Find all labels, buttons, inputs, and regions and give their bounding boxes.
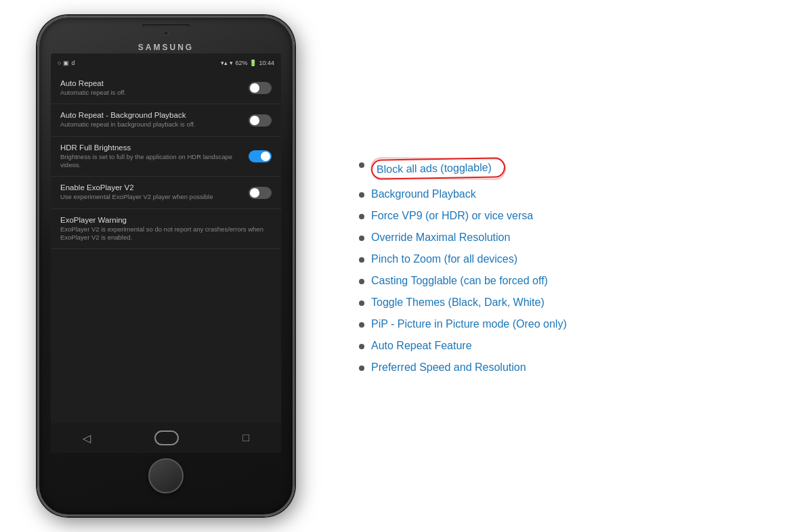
settings-list: Auto Repeat Automatic repeat is off. Aut… (51, 72, 281, 422)
setting-subtitle-auto-repeat: Automatic repeat is off. (60, 89, 243, 97)
setting-subtitle-auto-repeat-bg: Automatic repeat in background playback … (60, 120, 243, 129)
phone-brand: SAMSUNG (138, 40, 194, 53)
bullet-block-ads (359, 162, 364, 168)
phone-speaker (142, 24, 190, 28)
feature-item-override-resolution: Override Maximal Resolution (359, 231, 781, 244)
feature-text-block-ads: Block all ads (togglable) (377, 162, 492, 175)
bullet-auto-repeat (359, 344, 364, 349)
feature-item-pinch-to-zoom: Pinch to Zoom (for all devices) (359, 253, 781, 265)
bullet-force-vp9 (359, 214, 364, 219)
bullet-pip (359, 322, 364, 328)
setting-title-hdr: HDR Full Brightness (60, 143, 243, 152)
feature-item-preferred-speed: Preferred Speed and Resolution (359, 361, 781, 374)
setting-exoplayer-warning: ExoPlayer Warning ExoPlayer V2 is experi… (51, 209, 281, 250)
toggle-auto-repeat-bg[interactable] (249, 114, 272, 127)
battery-percent: 62% (235, 60, 247, 66)
icon-d: d (71, 60, 75, 66)
feature-text-background-playback: Background Playback (371, 188, 476, 200)
setting-exoplayer[interactable]: Enable ExoPlayer V2 Use experimental Exo… (51, 177, 281, 208)
highlight-ring: Block all ads (togglable) (371, 157, 505, 179)
feature-text-casting: Casting Togglable (can be forced off) (371, 275, 548, 287)
feature-text-preferred-speed: Preferred Speed and Resolution (371, 361, 526, 374)
feature-text-toggle-themes: Toggle Themes (Black, Dark, White) (371, 296, 545, 309)
feature-text-force-vp9: Force VP9 (or HDR) or vice versa (371, 210, 533, 222)
setting-subtitle-exoplayer-warning: ExoPlayer V2 is experimental so do not r… (60, 225, 272, 242)
setting-auto-repeat[interactable]: Auto Repeat Automatic repeat is off. (51, 72, 281, 104)
bullet-toggle-themes (359, 301, 364, 306)
phone-camera (163, 30, 169, 36)
feature-text-auto-repeat: Auto Repeat Feature (371, 340, 472, 352)
setting-subtitle-exoplayer: Use experimental ExoPlayer V2 player whe… (60, 193, 243, 201)
status-bar: ○ ▣ d ▾▴ ▾ 62% 🔋 10:44 (51, 53, 281, 72)
setting-title-auto-repeat-bg: Auto Repeat - Background Playback (60, 111, 243, 119)
bullet-casting (359, 279, 364, 284)
nav-home-button[interactable] (154, 430, 179, 445)
feature-text-pinch-to-zoom: Pinch to Zoom (for all devices) (371, 253, 517, 265)
feature-item-casting: Casting Togglable (can be forced off) (359, 275, 781, 287)
icon-battery: 🔋 (249, 60, 257, 66)
setting-subtitle-hdr: Brightness is set to full by the applica… (60, 153, 243, 170)
setting-title-exoplayer: Enable ExoPlayer V2 (60, 183, 243, 192)
feature-item-force-vp9: Force VP9 (or HDR) or vice versa (359, 210, 781, 222)
bullet-override-resolution (359, 236, 364, 241)
setting-title-exoplayer-warning: ExoPlayer Warning (60, 216, 272, 224)
phone-bottom-area (148, 458, 184, 493)
feature-item-pip: PiP - Picture in Picture mode (Oreo only… (359, 318, 781, 330)
feature-item-toggle-themes: Toggle Themes (Black, Dark, White) (359, 296, 781, 309)
phone-screen: ○ ▣ d ▾▴ ▾ 62% 🔋 10:44 Auto R (51, 53, 281, 453)
setting-hdr[interactable]: HDR Full Brightness Brightness is set to… (51, 137, 281, 177)
nav-back-icon[interactable]: ◁ (83, 432, 91, 445)
feature-item-auto-repeat: Auto Repeat Feature (359, 340, 781, 352)
feature-item-background-playback: Background Playback (359, 188, 781, 200)
phone-shell: SAMSUNG ○ ▣ d ▾▴ ▾ 62% 🔋 10:44 (37, 16, 295, 516)
bullet-preferred-speed (359, 365, 364, 371)
icon-square: ▣ (63, 60, 69, 66)
toggle-auto-repeat[interactable] (249, 82, 272, 94)
home-physical-button[interactable] (148, 458, 184, 493)
wifi-icon: ▾ (230, 60, 233, 66)
clock: 10:44 (259, 60, 274, 66)
setting-title-auto-repeat: Auto Repeat (60, 79, 243, 87)
features-panel: Block all ads (togglable) Background Pla… (332, 138, 808, 394)
icon-circle: ○ (58, 60, 61, 66)
feature-list: Block all ads (togglable) Background Pla… (359, 158, 781, 374)
nav-recent-icon[interactable]: □ (242, 432, 249, 444)
feature-item-block-ads: Block all ads (togglable) (359, 158, 781, 179)
status-right-icons: ▾▴ ▾ 62% 🔋 10:44 (221, 60, 274, 66)
toggle-exoplayer[interactable] (249, 187, 272, 199)
bullet-background-playback (359, 192, 364, 198)
toggle-hdr[interactable] (249, 150, 272, 162)
feature-text-override-resolution: Override Maximal Resolution (371, 231, 510, 244)
phone-wrapper: SAMSUNG ○ ▣ d ▾▴ ▾ 62% 🔋 10:44 (0, 0, 332, 532)
signal-icon: ▾▴ (221, 60, 228, 66)
status-left-icons: ○ ▣ d (58, 60, 75, 66)
phone-nav-bar: ◁ □ (51, 423, 281, 453)
bullet-pinch-to-zoom (359, 257, 364, 263)
setting-auto-repeat-bg[interactable]: Auto Repeat - Background Playback Automa… (51, 104, 281, 136)
feature-text-pip: PiP - Picture in Picture mode (Oreo only… (371, 318, 567, 330)
